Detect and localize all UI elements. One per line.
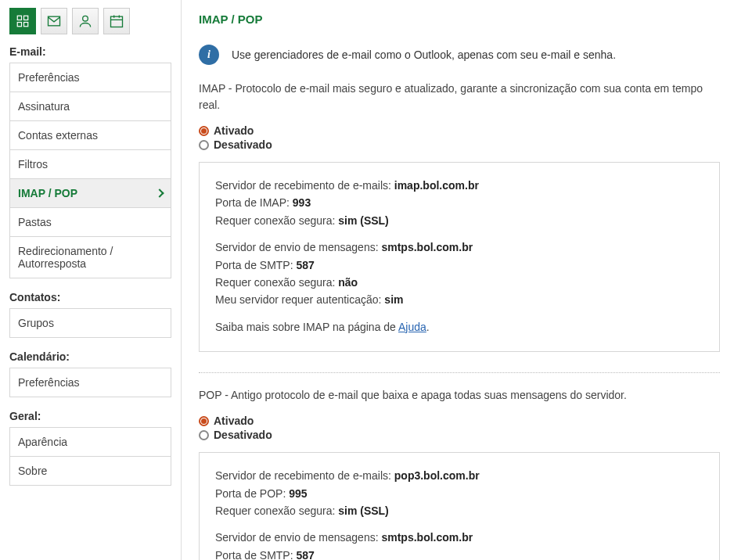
kv-value: 995	[289, 487, 307, 500]
chevron-right-icon	[155, 188, 164, 197]
sidebar-item[interactable]: Filtros	[10, 150, 171, 179]
radio-dot-icon	[199, 430, 209, 440]
help-suffix: .	[426, 321, 430, 333]
sidebar-section-title: Calendário:	[9, 350, 171, 363]
sidebar-section-title: E-mail:	[9, 45, 171, 58]
pop-radio-group: Ativado Desativado	[199, 415, 720, 441]
imap-description: IMAP - Protocolo de e-mail mais seguro e…	[199, 81, 720, 113]
kv-value: não	[338, 276, 358, 289]
sidebar-list: PreferênciasAssinaturaContas externasFil…	[9, 63, 171, 278]
radio-label: Ativado	[214, 124, 254, 137]
sidebar-item[interactable]: Preferências	[10, 63, 171, 92]
info-banner: i Use gerenciadores de e-mail como o Out…	[199, 45, 720, 65]
sidebar-item-label: Assinatura	[18, 100, 70, 113]
sidebar-item[interactable]: Grupos	[10, 309, 171, 338]
radio-dot-icon	[199, 126, 209, 136]
sidebar-item[interactable]: Aparência	[10, 428, 171, 457]
imap-radio-off[interactable]: Desativado	[199, 138, 720, 151]
kv-value: sim (SSL)	[338, 504, 389, 517]
imap-radio-group: Ativado Desativado	[199, 124, 720, 151]
kv-label: Requer conexão segura:	[215, 276, 338, 289]
svg-rect-0	[17, 16, 21, 20]
kv-value: smtps.bol.com.br	[381, 531, 473, 544]
kv-label: Servidor de envio de mensagens:	[215, 531, 381, 544]
kv-label: Servidor de envio de mensagens:	[215, 241, 381, 253]
page-title: IMAP / POP	[199, 13, 720, 26]
svg-rect-2	[17, 23, 21, 27]
help-link[interactable]: Ajuda	[398, 321, 426, 333]
kv-label: Servidor de recebimento de e-mails:	[215, 469, 394, 482]
svg-rect-1	[24, 16, 28, 20]
sidebar-item-label: Pastas	[18, 216, 52, 228]
sidebar-item-label: IMAP / POP	[18, 187, 77, 199]
kv-label: Porta de POP:	[215, 487, 289, 500]
svg-point-5	[83, 16, 88, 21]
sidebar-item-label: Redirecionamento / Autorresposta	[18, 245, 163, 270]
kv-value: sim (SSL)	[338, 214, 389, 227]
sidebar-item-label: Preferências	[18, 376, 80, 389]
radio-label: Desativado	[214, 138, 272, 151]
sidebar-item[interactable]: Contas externas	[10, 121, 171, 150]
pop-radio-on[interactable]: Ativado	[199, 415, 720, 427]
divider	[199, 372, 720, 373]
kv-label: Porta de SMTP:	[215, 259, 296, 271]
apps-icon[interactable]	[9, 8, 36, 34]
sidebar-item[interactable]: Assinatura	[10, 92, 171, 121]
sidebar-item-label: Grupos	[18, 317, 54, 329]
kv-label: Requer conexão segura:	[215, 504, 338, 517]
radio-label: Ativado	[214, 415, 254, 427]
imap-settings-panel: Servidor de recebimento de e-mails: imap…	[199, 162, 720, 352]
kv-value: sim	[384, 293, 403, 306]
kv-label: Servidor de recebimento de e-mails:	[215, 179, 394, 192]
radio-label: Desativado	[214, 429, 272, 441]
sidebar-list: Preferências	[9, 368, 171, 397]
sidebar-item-label: Sobre	[18, 465, 47, 477]
sidebar-section-title: Geral:	[9, 410, 171, 422]
top-icon-bar	[9, 8, 171, 34]
sidebar-item[interactable]: Preferências	[10, 368, 171, 397]
sidebar-section-title: Contatos:	[9, 291, 171, 303]
kv-value: pop3.bol.com.br	[394, 469, 480, 482]
kv-value: 587	[296, 259, 314, 271]
sidebar-item-label: Aparência	[18, 436, 67, 448]
kv-value: 587	[296, 549, 314, 560]
main-content: IMAP / POP i Use gerenciadores de e-mail…	[182, 0, 734, 560]
info-text: Use gerenciadores de e-mail como o Outlo…	[232, 48, 616, 61]
radio-dot-icon	[199, 416, 209, 426]
sidebar-item[interactable]: IMAP / POP	[10, 179, 171, 208]
help-prefix: Saiba mais sobre IMAP na página de	[215, 321, 398, 333]
kv-label: Meu servidor requer autenticação:	[215, 293, 384, 306]
pop-settings-panel: Servidor de recebimento de e-mails: pop3…	[199, 452, 720, 560]
calendar-icon[interactable]	[103, 8, 130, 34]
sidebar-list: Grupos	[9, 308, 171, 338]
kv-label: Requer conexão segura:	[215, 214, 338, 227]
kv-label: Porta de IMAP:	[215, 196, 293, 209]
pop-radio-off[interactable]: Desativado	[199, 429, 720, 441]
svg-rect-3	[24, 23, 28, 27]
sidebar: E-mail:PreferênciasAssinaturaContas exte…	[0, 0, 182, 560]
info-icon: i	[199, 45, 219, 65]
kv-value: imap.bol.com.br	[394, 179, 479, 192]
sidebar-item-label: Filtros	[18, 158, 48, 171]
sidebar-item[interactable]: Pastas	[10, 208, 171, 237]
imap-radio-on[interactable]: Ativado	[199, 124, 720, 137]
sidebar-list: AparênciaSobre	[9, 427, 171, 486]
sidebar-item[interactable]: Sobre	[10, 457, 171, 486]
sidebar-item[interactable]: Redirecionamento / Autorresposta	[10, 237, 171, 278]
svg-rect-6	[111, 16, 123, 27]
kv-label: Porta de SMTP:	[215, 549, 296, 560]
sidebar-item-label: Contas externas	[18, 129, 98, 142]
mail-icon[interactable]	[41, 8, 67, 34]
pop-description: POP - Antigo protocolo de e-mail que bai…	[199, 387, 720, 404]
kv-value: 993	[293, 196, 311, 209]
kv-value: smtps.bol.com.br	[381, 241, 473, 253]
radio-dot-icon	[199, 140, 209, 150]
contacts-icon[interactable]	[72, 8, 99, 34]
sidebar-item-label: Preferências	[18, 71, 80, 84]
